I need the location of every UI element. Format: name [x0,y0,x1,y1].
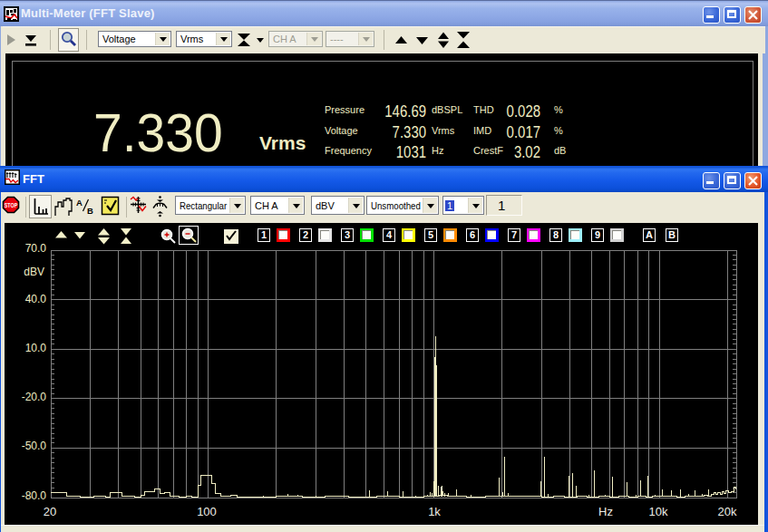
svg-text:-50.0: -50.0 [22,440,47,452]
svg-text:-80.0: -80.0 [22,489,47,502]
svg-text:Hz: Hz [598,505,613,518]
svg-text:20: 20 [44,505,56,518]
svg-text:100: 100 [197,505,217,518]
svg-text:10.0: 10.0 [25,342,47,354]
svg-text:70.0: 70.0 [25,242,47,255]
svg-text:-20.0: -20.0 [22,391,47,403]
svg-text:dBV: dBV [24,266,44,278]
svg-text:1k: 1k [428,505,441,518]
svg-text:20k: 20k [718,505,737,518]
svg-text:10k: 10k [649,505,668,518]
svg-text:40.0: 40.0 [25,293,47,305]
